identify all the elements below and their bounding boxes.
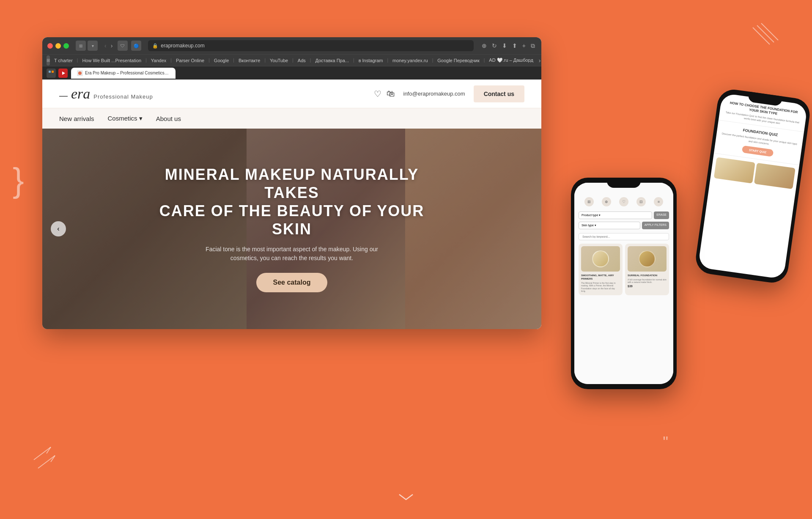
bookmark-ad[interactable]: AD 🤍.ru – Дашборд	[487, 58, 535, 63]
tabs-icon[interactable]: ⧉	[529, 42, 536, 49]
bookmark-delivery[interactable]: Доставка Пра...	[313, 58, 351, 63]
svg-line-6	[51, 456, 55, 462]
lock-icon: 🔒	[152, 43, 158, 49]
deco-arrows-bl	[30, 443, 72, 477]
logo-dash: —	[59, 91, 68, 101]
bookmark-money[interactable]: money.yandex.ru	[391, 58, 430, 63]
phone-front-screen: ⊞ ⊕ ♡ ⊟ ≡ Product type ▾ ERASE Skin t	[574, 183, 673, 384]
bookmark-t-charter[interactable]: T charter	[52, 58, 74, 63]
contact-us-button[interactable]: Contact us	[474, 85, 524, 102]
deco-lines-tr	[723, 21, 782, 63]
maximize-button[interactable]	[63, 43, 69, 49]
new-tab-icon[interactable]: +	[521, 42, 527, 49]
see-catalog-button[interactable]: See catalog	[256, 273, 328, 292]
tab-favicon	[77, 70, 83, 76]
cart-button[interactable]: 🛍	[387, 89, 395, 99]
bookmarks-bar: ⊞ T charter | How We Built ...Presentati…	[42, 54, 541, 66]
phone-front-content: ⊞ ⊕ ♡ ⊟ ≡ Product type ▾ ERASE Skin t	[574, 183, 673, 384]
browser-window: ⊞ ▾ ‹ › 🛡 🔵 🔒 erapromakeup.com ⊕ ↻ ⬇ ⬆ +…	[42, 37, 541, 329]
bookmark-presentation[interactable]: How We Built ...Presentation	[80, 58, 143, 63]
youtube-favicon[interactable]	[58, 69, 68, 78]
erase-button[interactable]: ERASE	[654, 211, 669, 219]
phone-back-mockup: HOW TO CHOOSE THE FOUNDATION FOR YOUR SK…	[694, 88, 812, 285]
close-button[interactable]	[47, 43, 53, 49]
phone-filter-row-2: Skin type ▾ APPLY FILTERS	[579, 222, 669, 229]
website-content: — era Professional Makeup ♡ 🛍 info@erapr…	[42, 80, 541, 329]
translate-icon[interactable]: ⊕	[480, 42, 488, 49]
back-arrow[interactable]: ‹	[103, 42, 108, 49]
site-logo: — era Professional Makeup	[59, 86, 374, 102]
shield-icon: 🛡	[118, 41, 128, 51]
nav-item-about[interactable]: About us	[156, 115, 181, 122]
apply-filters-button[interactable]: APPLY FILTERS	[642, 222, 669, 229]
tab-icon-1[interactable]	[47, 69, 56, 78]
bookmark-vk[interactable]: Вконтакте	[237, 58, 262, 63]
site-nav: New arrivals Cosmetics ▾ About us	[42, 108, 541, 129]
prev-arrow-icon: ‹	[57, 225, 59, 233]
hero-prev-button[interactable]: ‹	[51, 221, 66, 236]
sidebar-toggle[interactable]: ⊞ ▾	[76, 41, 98, 51]
address-bar[interactable]: 🔒 erapromakeup.com	[148, 40, 473, 51]
phone-search-input[interactable]	[579, 233, 669, 240]
product-1-image	[581, 246, 620, 272]
wishlist-button[interactable]: ♡	[374, 89, 381, 99]
reload-icon[interactable]: ↻	[491, 42, 498, 49]
apps-icon[interactable]: ⊞	[47, 55, 50, 66]
bookmark-youtube[interactable]: YouTube	[268, 58, 290, 63]
product-2-name: SURREAL FOUNDATION	[628, 274, 667, 277]
deco-quotes: "	[663, 434, 668, 451]
product-1-desc: The Mineral Primer is the first step in …	[581, 282, 620, 293]
phone-front-notch	[607, 178, 641, 188]
bookmark-instagram[interactable]: в Instagram	[357, 58, 385, 63]
start-quiz-button[interactable]: START QUIZ	[742, 146, 774, 157]
download-icon[interactable]: ⬇	[501, 42, 508, 49]
logo-subtitle: Professional Makeup	[93, 93, 153, 100]
svg-point-10	[78, 71, 82, 75]
hero-subtitle: Facial tone is the most important aspect…	[206, 245, 378, 263]
hero-title: MINERAL MAKEUP NATURALLY TAKESCARE OF TH…	[144, 165, 440, 239]
phone-icon-1: ⊞	[584, 197, 594, 206]
quiz-header: HOW TO CHOOSE THE FOUNDATION FOR YOUR SK…	[719, 93, 808, 132]
bookmark-yandex[interactable]: Yandex	[149, 58, 168, 63]
share-icon[interactable]: ⬆	[511, 42, 518, 49]
product-type-filter[interactable]: Product type ▾	[579, 211, 652, 219]
bookmark-ads[interactable]: Ads	[296, 58, 307, 63]
svg-line-3	[34, 447, 51, 460]
active-tab[interactable]: Era Pro Makeup – Professional Cosmetics …	[71, 68, 176, 79]
quiz-img-2	[754, 163, 796, 189]
quiz-header-title: HOW TO CHOOSE THE FOUNDATION FOR YOUR SK…	[725, 100, 802, 120]
svg-marker-9	[62, 71, 65, 75]
minimize-button[interactable]	[55, 43, 61, 49]
svg-line-4	[47, 447, 51, 453]
nav-item-new-arrivals[interactable]: New arrivals	[59, 115, 94, 122]
phone-icon-3: ♡	[619, 197, 628, 206]
hero-content: MINERAL MAKEUP NATURALLY TAKESCARE OF TH…	[42, 129, 541, 329]
bookmark-parser[interactable]: Parser Online	[174, 58, 206, 63]
phone-back-notch	[748, 92, 783, 107]
deco-brace: }	[13, 161, 24, 200]
header-email: info@erapromakeup.com	[403, 91, 465, 97]
deco-chevron-bottom	[398, 493, 414, 503]
forward-arrow[interactable]: ›	[109, 42, 115, 49]
browser-actions: ⊕ ↻ ⬇ ⬆ + ⧉	[480, 42, 536, 49]
quiz-header-desc: Take our Foundation Quiz to find the cle…	[724, 111, 800, 128]
nav-item-cosmetics[interactable]: Cosmetics ▾	[108, 115, 143, 122]
skin-filter-label: Skin type ▾	[582, 224, 596, 227]
product-1-circle	[592, 250, 609, 267]
filter-label: Product type ▾	[582, 214, 601, 217]
bookmark-google[interactable]: Google	[212, 58, 230, 63]
phone-icon-2: ⊕	[602, 197, 611, 206]
product-2-circle	[639, 250, 656, 267]
url-text: erapromakeup.com	[161, 43, 204, 49]
phone-icon-5: ≡	[654, 197, 663, 206]
skin-type-filter[interactable]: Skin type ▾	[579, 222, 640, 229]
traffic-lights	[47, 43, 69, 49]
svg-line-0	[757, 25, 774, 42]
svg-line-2	[753, 27, 770, 44]
bookmarks-more[interactable]: ›	[538, 57, 541, 64]
bookmark-translate[interactable]: Google Переводчик	[436, 58, 481, 63]
logo-era: era	[71, 86, 90, 102]
quiz-section: FOUNDATION QUIZ Discover the perfect fou…	[714, 121, 804, 165]
phone-top-icons: ⊞ ⊕ ♡ ⊟ ≡	[579, 195, 669, 208]
svg-line-1	[761, 23, 778, 40]
